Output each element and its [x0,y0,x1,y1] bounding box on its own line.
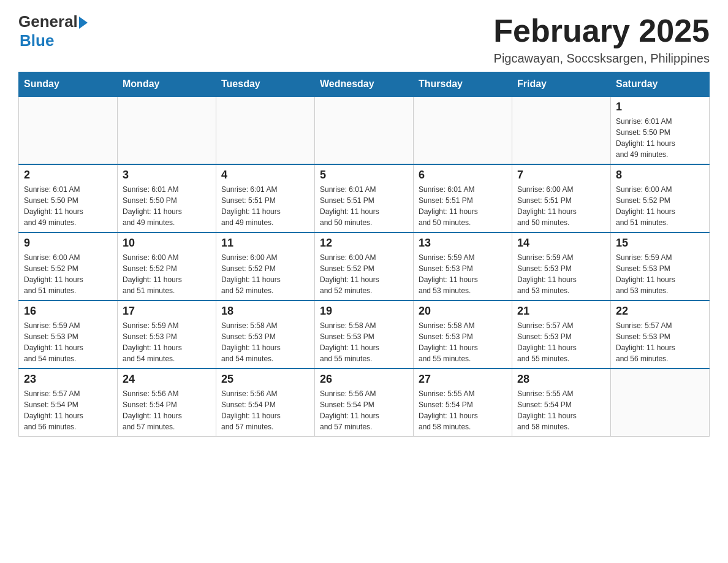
calendar-cell: 12Sunrise: 6:00 AM Sunset: 5:52 PM Dayli… [315,232,414,301]
day-number: 7 [517,169,605,182]
logo-blue-text: Blue [20,31,54,50]
day-number: 19 [320,305,408,318]
calendar-cell: 2Sunrise: 6:01 AM Sunset: 5:50 PM Daylig… [19,164,118,232]
weekday-header-saturday: Saturday [611,72,710,97]
day-number: 22 [616,305,704,318]
day-number: 18 [221,305,309,318]
day-info: Sunrise: 5:59 AM Sunset: 5:53 PM Dayligh… [24,320,112,364]
day-info: Sunrise: 5:58 AM Sunset: 5:53 PM Dayligh… [320,320,408,364]
day-number: 6 [419,169,507,182]
weekday-header-friday: Friday [512,72,611,97]
day-info: Sunrise: 6:01 AM Sunset: 5:51 PM Dayligh… [221,184,309,228]
calendar-week-5: 23Sunrise: 5:57 AM Sunset: 5:54 PM Dayli… [19,369,710,437]
day-info: Sunrise: 5:59 AM Sunset: 5:53 PM Dayligh… [123,320,211,364]
day-number: 15 [616,237,704,250]
calendar-cell [216,96,315,164]
calendar-cell [118,96,216,164]
calendar-body: 1Sunrise: 6:01 AM Sunset: 5:50 PM Daylig… [19,96,710,437]
calendar-header: SundayMondayTuesdayWednesdayThursdayFrid… [19,72,710,97]
day-info: Sunrise: 6:01 AM Sunset: 5:50 PM Dayligh… [616,116,704,160]
day-number: 21 [517,305,605,318]
day-info: Sunrise: 5:56 AM Sunset: 5:54 PM Dayligh… [221,388,309,432]
day-info: Sunrise: 6:00 AM Sunset: 5:52 PM Dayligh… [320,252,408,296]
day-number: 24 [123,373,211,386]
day-number: 11 [221,237,309,250]
day-info: Sunrise: 6:00 AM Sunset: 5:52 PM Dayligh… [221,252,309,296]
day-info: Sunrise: 5:55 AM Sunset: 5:54 PM Dayligh… [517,388,605,432]
calendar-cell: 27Sunrise: 5:55 AM Sunset: 5:54 PM Dayli… [414,369,512,437]
calendar-cell: 19Sunrise: 5:58 AM Sunset: 5:53 PM Dayli… [315,301,414,369]
calendar-cell: 9Sunrise: 6:00 AM Sunset: 5:52 PM Daylig… [19,232,118,301]
day-info: Sunrise: 5:56 AM Sunset: 5:54 PM Dayligh… [123,388,211,432]
calendar-cell: 4Sunrise: 6:01 AM Sunset: 5:51 PM Daylig… [216,164,315,232]
day-number: 9 [24,237,112,250]
day-number: 27 [419,373,507,386]
weekday-header-tuesday: Tuesday [216,72,315,97]
calendar-cell [414,96,512,164]
calendar-cell: 16Sunrise: 5:59 AM Sunset: 5:53 PM Dayli… [19,301,118,369]
calendar-week-2: 2Sunrise: 6:01 AM Sunset: 5:50 PM Daylig… [19,164,710,232]
day-info: Sunrise: 5:57 AM Sunset: 5:53 PM Dayligh… [616,320,704,364]
page-header: General Blue February 2025 Pigcawayan, S… [18,12,710,66]
calendar-cell: 23Sunrise: 5:57 AM Sunset: 5:54 PM Dayli… [19,369,118,437]
calendar-cell: 5Sunrise: 6:01 AM Sunset: 5:51 PM Daylig… [315,164,414,232]
calendar-cell [19,96,118,164]
day-number: 3 [123,169,211,182]
location-title: Pigcawayan, Soccsksargen, Philippines [493,52,710,66]
calendar-week-3: 9Sunrise: 6:00 AM Sunset: 5:52 PM Daylig… [19,232,710,301]
calendar-cell: 25Sunrise: 5:56 AM Sunset: 5:54 PM Dayli… [216,369,315,437]
weekday-header-monday: Monday [118,72,216,97]
day-info: Sunrise: 5:59 AM Sunset: 5:53 PM Dayligh… [616,252,704,296]
weekday-header-thursday: Thursday [414,72,512,97]
weekday-header-wednesday: Wednesday [315,72,414,97]
day-info: Sunrise: 6:01 AM Sunset: 5:50 PM Dayligh… [24,184,112,228]
calendar-cell: 3Sunrise: 6:01 AM Sunset: 5:50 PM Daylig… [118,164,216,232]
day-number: 13 [419,237,507,250]
day-number: 16 [24,305,112,318]
day-info: Sunrise: 5:56 AM Sunset: 5:54 PM Dayligh… [320,388,408,432]
day-number: 12 [320,237,408,250]
day-info: Sunrise: 6:01 AM Sunset: 5:51 PM Dayligh… [320,184,408,228]
day-number: 14 [517,237,605,250]
day-info: Sunrise: 6:01 AM Sunset: 5:50 PM Dayligh… [123,184,211,228]
day-info: Sunrise: 5:57 AM Sunset: 5:53 PM Dayligh… [517,320,605,364]
calendar-cell: 24Sunrise: 5:56 AM Sunset: 5:54 PM Dayli… [118,369,216,437]
weekday-header-sunday: Sunday [19,72,118,97]
day-info: Sunrise: 5:59 AM Sunset: 5:53 PM Dayligh… [419,252,507,296]
calendar-cell [611,369,710,437]
day-number: 17 [123,305,211,318]
calendar-cell: 22Sunrise: 5:57 AM Sunset: 5:53 PM Dayli… [611,301,710,369]
logo-general-text: General [18,12,78,31]
day-info: Sunrise: 6:00 AM Sunset: 5:51 PM Dayligh… [517,184,605,228]
calendar-cell: 8Sunrise: 6:00 AM Sunset: 5:52 PM Daylig… [611,164,710,232]
calendar-cell: 13Sunrise: 5:59 AM Sunset: 5:53 PM Dayli… [414,232,512,301]
calendar-cell: 18Sunrise: 5:58 AM Sunset: 5:53 PM Dayli… [216,301,315,369]
month-title: February 2025 [493,12,710,49]
calendar-cell: 1Sunrise: 6:01 AM Sunset: 5:50 PM Daylig… [611,96,710,164]
day-info: Sunrise: 6:01 AM Sunset: 5:51 PM Dayligh… [419,184,507,228]
calendar-cell [512,96,611,164]
calendar-cell: 20Sunrise: 5:58 AM Sunset: 5:53 PM Dayli… [414,301,512,369]
day-info: Sunrise: 5:58 AM Sunset: 5:53 PM Dayligh… [419,320,507,364]
calendar-cell: 6Sunrise: 6:01 AM Sunset: 5:51 PM Daylig… [414,164,512,232]
calendar-cell [315,96,414,164]
calendar-table: SundayMondayTuesdayWednesdayThursdayFrid… [18,72,710,437]
calendar-cell: 17Sunrise: 5:59 AM Sunset: 5:53 PM Dayli… [118,301,216,369]
day-number: 8 [616,169,704,182]
calendar-cell: 21Sunrise: 5:57 AM Sunset: 5:53 PM Dayli… [512,301,611,369]
day-number: 4 [221,169,309,182]
calendar-cell: 15Sunrise: 5:59 AM Sunset: 5:53 PM Dayli… [611,232,710,301]
calendar-cell: 14Sunrise: 5:59 AM Sunset: 5:53 PM Dayli… [512,232,611,301]
day-info: Sunrise: 6:00 AM Sunset: 5:52 PM Dayligh… [616,184,704,228]
calendar-cell: 26Sunrise: 5:56 AM Sunset: 5:54 PM Dayli… [315,369,414,437]
calendar-week-1: 1Sunrise: 6:01 AM Sunset: 5:50 PM Daylig… [19,96,710,164]
calendar-cell: 7Sunrise: 6:00 AM Sunset: 5:51 PM Daylig… [512,164,611,232]
day-number: 25 [221,373,309,386]
day-info: Sunrise: 5:58 AM Sunset: 5:53 PM Dayligh… [221,320,309,364]
day-info: Sunrise: 6:00 AM Sunset: 5:52 PM Dayligh… [24,252,112,296]
day-number: 2 [24,169,112,182]
day-info: Sunrise: 5:59 AM Sunset: 5:53 PM Dayligh… [517,252,605,296]
day-info: Sunrise: 5:55 AM Sunset: 5:54 PM Dayligh… [419,388,507,432]
day-info: Sunrise: 6:00 AM Sunset: 5:52 PM Dayligh… [123,252,211,296]
day-number: 28 [517,373,605,386]
